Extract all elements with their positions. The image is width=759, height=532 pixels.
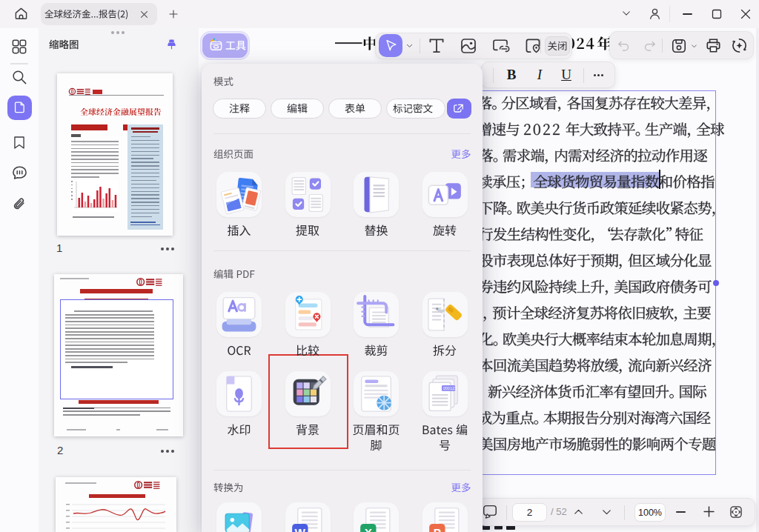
svg-text:W: W	[294, 526, 305, 532]
svg-text:000123: 000123	[443, 386, 456, 390]
svg-text:P: P	[433, 526, 440, 532]
svg-text:X: X	[365, 526, 373, 532]
